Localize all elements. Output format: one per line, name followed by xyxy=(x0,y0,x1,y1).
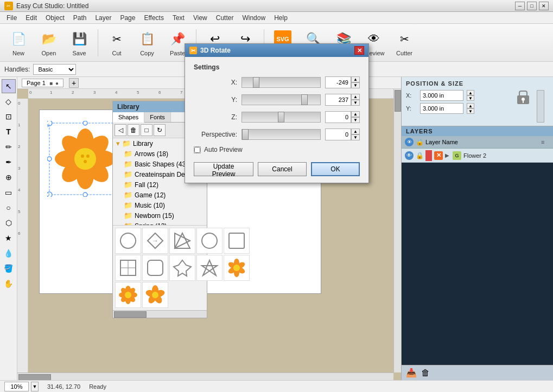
3d-rotate-dialog[interactable]: ✂ 3D Rotate ✕ Settings X: ▲ ▼ xyxy=(185,43,369,183)
auto-preview-input[interactable] xyxy=(194,147,200,153)
hand-tool[interactable]: ✋ xyxy=(2,277,16,291)
shapes-tab[interactable]: Shapes xyxy=(113,112,144,123)
menu-path[interactable]: Path xyxy=(69,13,91,23)
x-increment[interactable]: ▲ xyxy=(467,90,474,95)
add-layer-button[interactable]: 📥 xyxy=(406,368,417,378)
menu-edit[interactable]: Edit xyxy=(21,13,41,23)
cutter-button[interactable]: ✂ Cutter xyxy=(390,27,418,59)
library-item-spring[interactable]: 📁 Spring (13) xyxy=(113,221,207,225)
z-increment-btn[interactable]: ▲ xyxy=(351,111,360,117)
library-scroll-thumb-h[interactable] xyxy=(114,311,147,318)
lib-back-button[interactable]: ◁ xyxy=(115,124,126,136)
shape-cell-7[interactable] xyxy=(142,255,168,281)
z-value-input[interactable] xyxy=(325,111,351,123)
lib-new-button[interactable]: □ xyxy=(141,124,152,136)
copy-button[interactable]: 📋 Copy xyxy=(133,27,161,59)
add-page-button[interactable]: + xyxy=(69,78,79,88)
shape-cell-2[interactable]: → xyxy=(142,228,168,254)
lib-refresh-button[interactable]: ↻ xyxy=(154,124,166,136)
fill-tool[interactable]: 🪣 xyxy=(2,261,16,275)
auto-preview-checkbox[interactable] xyxy=(194,146,201,153)
ellipse-tool[interactable]: ○ xyxy=(2,201,16,215)
dropper-tool[interactable]: 💧 xyxy=(2,246,16,260)
node-tool[interactable]: ◇ xyxy=(2,94,16,108)
menu-file[interactable]: File xyxy=(2,13,21,23)
shape-cell-4[interactable] xyxy=(196,228,223,254)
menu-page[interactable]: Page xyxy=(116,13,139,23)
shape-cell-6[interactable] xyxy=(115,255,141,281)
perspective-slider[interactable] xyxy=(241,129,321,140)
layer-expand-icon[interactable]: ▶ xyxy=(445,152,450,158)
shape-cell-9[interactable] xyxy=(196,255,223,281)
y-input[interactable] xyxy=(420,103,463,114)
layers-menu-icon[interactable]: ≡ xyxy=(541,139,550,145)
shape-cell-3[interactable] xyxy=(169,228,195,254)
z-slider[interactable] xyxy=(241,112,321,123)
library-item-game[interactable]: 📁 Game (12) xyxy=(113,190,207,200)
library-item-newborn[interactable]: 📁 Newborn (15) xyxy=(113,210,207,221)
perspective-decrement-btn[interactable]: ▼ xyxy=(351,134,360,140)
zoom-dropdown[interactable]: ▼ xyxy=(31,382,39,391)
minimize-button[interactable]: ─ xyxy=(515,2,525,10)
y-decrement[interactable]: ▼ xyxy=(467,108,474,114)
layer-row-flower2[interactable]: 👁 🔒 ✕ ▶ G Flower 2 xyxy=(402,149,553,163)
zoom-input[interactable] xyxy=(4,382,29,391)
menu-help[interactable]: Help xyxy=(270,13,292,23)
open-button[interactable]: 📂 Open xyxy=(35,27,63,59)
panel-scroll[interactable] xyxy=(537,90,544,123)
delete-layer-button[interactable]: 🗑 xyxy=(421,368,430,378)
maximize-button[interactable]: □ xyxy=(527,2,537,10)
canvas-scrollbar-horizontal[interactable] xyxy=(17,372,393,380)
pencil-tool[interactable]: ✒ xyxy=(2,155,16,169)
y-slider[interactable] xyxy=(241,94,321,105)
z-decrement-btn[interactable]: ▼ xyxy=(351,117,360,123)
menu-effects[interactable]: Effects xyxy=(139,13,168,23)
canvas-scrollbar-vertical[interactable] xyxy=(393,89,401,372)
canvas-scroll-thumb-h[interactable] xyxy=(18,374,51,380)
shape-cell-11[interactable] xyxy=(115,282,141,308)
menu-object[interactable]: Object xyxy=(41,13,69,23)
select-tool[interactable]: ↖ xyxy=(2,79,16,93)
menu-text[interactable]: Text xyxy=(168,13,189,23)
layer-lock-toggle[interactable]: 🔒 xyxy=(416,152,423,159)
perspective-increment-btn[interactable]: ▲ xyxy=(351,128,360,134)
x-increment-btn[interactable]: ▲ xyxy=(351,76,360,82)
library-scrollbar-h[interactable] xyxy=(113,310,207,318)
y-value-input[interactable] xyxy=(325,94,351,106)
x-input[interactable] xyxy=(420,90,463,101)
dialog-close-button[interactable]: ✕ xyxy=(354,46,364,55)
library-item-music[interactable]: 📁 Music (10) xyxy=(113,200,207,210)
rect-tool[interactable]: ▭ xyxy=(2,185,16,200)
new-button[interactable]: 📄 New xyxy=(4,27,33,59)
menu-layer[interactable]: Layer xyxy=(91,13,116,23)
canvas-scroll-thumb-v[interactable] xyxy=(395,90,401,112)
x-decrement[interactable]: ▼ xyxy=(467,95,474,101)
polygon-tool[interactable]: ⬡ xyxy=(2,216,16,230)
pen-tool[interactable]: ✏ xyxy=(2,140,16,154)
cancel-button[interactable]: Cancel xyxy=(258,162,307,176)
lib-delete-button[interactable]: 🗑 xyxy=(128,124,139,136)
text-tool[interactable]: T xyxy=(2,125,16,139)
y-increment-btn[interactable]: ▲ xyxy=(351,94,360,100)
cut-button[interactable]: ✂ Cut xyxy=(103,27,131,59)
star-tool[interactable]: ★ xyxy=(2,231,16,245)
menu-cutter[interactable]: Cutter xyxy=(212,13,238,23)
save-button[interactable]: 💾 Save xyxy=(65,27,93,59)
layer-visibility-toggle[interactable]: 👁 xyxy=(405,151,414,160)
shape-cell-12[interactable] xyxy=(142,282,168,308)
x-value-input[interactable] xyxy=(325,76,351,88)
zoom-tool[interactable]: ⊕ xyxy=(2,170,16,184)
shape-cell-1[interactable] xyxy=(115,228,141,254)
transform-tool[interactable]: ⊡ xyxy=(2,110,16,124)
close-button[interactable]: ✕ xyxy=(539,2,549,10)
shape-cell-10[interactable] xyxy=(224,255,250,281)
x-slider[interactable] xyxy=(241,77,321,88)
y-decrement-btn[interactable]: ▼ xyxy=(351,100,360,106)
menu-window[interactable]: Window xyxy=(238,13,270,23)
x-decrement-btn[interactable]: ▼ xyxy=(351,82,360,88)
fonts-tab[interactable]: Fonts xyxy=(144,112,171,122)
y-increment[interactable]: ▲ xyxy=(467,103,474,108)
handles-select[interactable]: Basic Advanced None xyxy=(33,64,76,75)
shape-cell-8[interactable] xyxy=(169,255,195,281)
update-preview-button[interactable]: Update Preview xyxy=(194,162,253,176)
